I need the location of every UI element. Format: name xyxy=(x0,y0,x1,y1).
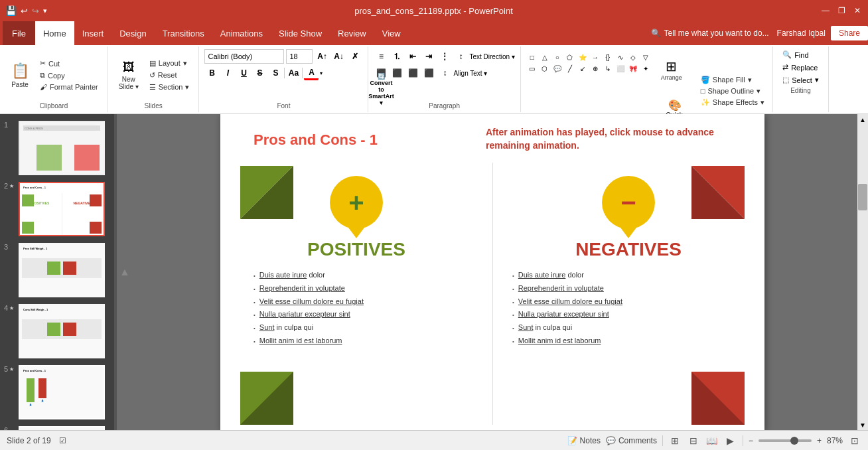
slide-item-5[interactable]: 5 ★ Pros and Cons - 1 👤 xyxy=(3,364,111,421)
menu-file[interactable]: File xyxy=(3,21,35,45)
slide-item-2[interactable]: 2 ★ Pros and Cons - 1 POSITIVES xyxy=(3,181,111,238)
slide-item-6[interactable]: 6 Pros and Cons - 1 xyxy=(3,425,111,430)
justify-button[interactable]: ⬛ xyxy=(421,66,436,80)
menu-insert[interactable]: Insert xyxy=(74,21,112,45)
align-right-button[interactable]: ⬛ xyxy=(405,66,420,80)
arrange-button[interactable]: ⊞ Arrange xyxy=(654,49,689,90)
font-color-arrow[interactable]: ▾ xyxy=(320,70,323,76)
zoom-in-btn[interactable]: + xyxy=(817,436,822,445)
restore-button[interactable]: ❐ xyxy=(836,5,847,16)
reset-button[interactable]: ↺ Reset xyxy=(145,70,194,81)
clear-format-button[interactable]: ✗ xyxy=(348,49,362,64)
menu-transitions[interactable]: Transitions xyxy=(155,21,212,45)
share-button[interactable]: Share xyxy=(831,26,868,40)
shape-outline-button[interactable]: □ Shape Outline ▾ xyxy=(698,86,767,96)
convert-smartart-button[interactable]: 🔄 Convert to SmartArt ▾ xyxy=(374,82,388,97)
new-slide-button[interactable]: 🖼 NewSlide ▾ xyxy=(113,58,144,93)
shape-custom[interactable]: ✦ xyxy=(640,63,652,74)
shape-bent[interactable]: ↳ xyxy=(602,63,614,74)
slide-item-1[interactable]: 1 CONS & PROS xyxy=(3,119,111,177)
case-button[interactable]: Aa xyxy=(286,66,301,80)
reading-view-button[interactable]: 📖 xyxy=(705,434,719,447)
find-button[interactable]: 🔍 Find xyxy=(778,49,823,60)
format-painter-button[interactable]: 🖌 Format Painter xyxy=(36,82,102,92)
section-button[interactable]: ☰ Section ▾ xyxy=(145,82,194,93)
customize-icon[interactable]: ▾ xyxy=(43,7,47,15)
shape-rect[interactable]: □ xyxy=(526,52,538,62)
shape-tri[interactable]: △ xyxy=(539,52,551,62)
slide-thumbnail-2[interactable]: Pros and Cons - 1 POSITIVES NEGATIVES xyxy=(19,182,105,236)
shape-flowchart[interactable]: ⬜ xyxy=(615,63,626,74)
close-button[interactable]: ✕ xyxy=(852,5,863,16)
decrease-indent-button[interactable]: ⇤ xyxy=(405,49,420,64)
shape-star[interactable]: ⭐ xyxy=(577,52,589,62)
shape-eq[interactable]: ⊕ xyxy=(589,63,601,74)
shape-conn[interactable]: ↙ xyxy=(577,63,589,74)
slide-thumbnail-6[interactable]: Pros and Cons - 1 xyxy=(19,426,105,430)
shape-diamond[interactable]: ◇ xyxy=(627,52,639,62)
font-size-selector[interactable]: 18 xyxy=(286,49,313,64)
zoom-slider[interactable] xyxy=(759,439,812,442)
slide-thumbnail-3[interactable]: Pros Still Weigh - 1 xyxy=(19,243,105,297)
underline-button[interactable]: U xyxy=(236,66,251,80)
shape-line[interactable]: ╱ xyxy=(564,63,576,74)
select-button[interactable]: ⬚ Select ▾ xyxy=(778,74,823,86)
shape-effects-button[interactable]: ✨ Shape Effects ▾ xyxy=(698,98,767,108)
slideshow-button[interactable]: ▶ xyxy=(724,434,737,447)
redo-icon[interactable]: ↪ xyxy=(32,6,39,16)
bold-button[interactable]: B xyxy=(204,66,219,80)
font-color-button[interactable]: A xyxy=(304,66,319,80)
shape-bracket[interactable]: {} xyxy=(602,52,614,62)
vertical-scrollbar[interactable]: ▲ ▼ xyxy=(857,114,868,430)
cut-button[interactable]: ✂ Cut xyxy=(36,58,102,69)
shape-wave[interactable]: ∿ xyxy=(615,52,626,62)
menu-design[interactable]: Design xyxy=(111,21,154,45)
decrease-font-button[interactable]: A↓ xyxy=(331,49,346,64)
columns-button[interactable]: ⋮ xyxy=(437,49,452,64)
comments-button[interactable]: 💬 Comments xyxy=(606,436,657,445)
menu-review[interactable]: Review xyxy=(330,21,374,45)
replace-button[interactable]: ⇄ Replace xyxy=(778,62,823,73)
minimize-button[interactable]: — xyxy=(820,5,831,16)
slide-panel[interactable]: 1 CONS & PROS 2 ★ xyxy=(0,114,114,430)
shape-hexagon[interactable]: ⬡ xyxy=(539,63,551,74)
menu-animations[interactable]: Animations xyxy=(212,21,271,45)
fit-slide-button[interactable]: ⊡ xyxy=(848,434,861,447)
shape-pent[interactable]: ⬠ xyxy=(564,52,576,62)
slide-thumbnail-4[interactable]: Cons Still Weigh - 1 xyxy=(19,304,105,358)
shape-fill-button[interactable]: 🪣 Shape Fill ▾ xyxy=(698,75,767,85)
scroll-up-arrow[interactable]: ▲ xyxy=(119,266,130,278)
slide-item-4[interactable]: 4 ★ Cons Still Weigh - 1 xyxy=(3,303,111,360)
shadow-button[interactable]: S xyxy=(268,66,283,80)
italic-button[interactable]: I xyxy=(220,66,235,80)
scroll-up-btn[interactable]: ▲ xyxy=(857,114,868,125)
shape-ribbon[interactable]: 🎀 xyxy=(627,63,639,74)
shape-callout[interactable]: 💬 xyxy=(551,63,563,74)
bullets-button[interactable]: ≡ xyxy=(374,49,388,64)
slide-sorter-button[interactable]: ⊟ xyxy=(687,434,700,447)
scroll-thumb[interactable] xyxy=(858,184,867,210)
menu-view[interactable]: View xyxy=(374,21,409,45)
menu-slideshow[interactable]: Slide Show xyxy=(271,21,330,45)
notes-button[interactable]: 📝 Notes xyxy=(567,436,601,445)
slide-thumbnail-5[interactable]: Pros and Cons - 1 👤 👤 xyxy=(19,365,105,419)
slide-canvas[interactable]: Pros and Cons - 1 After animation has pl… xyxy=(220,114,764,430)
text-direction-button[interactable]: ↕ xyxy=(453,49,468,64)
accessibility-icon[interactable]: ☑ xyxy=(59,436,66,445)
normal-view-button[interactable]: ⊞ xyxy=(668,434,682,447)
shape-arrow[interactable]: → xyxy=(589,52,601,62)
increase-font-button[interactable]: A↑ xyxy=(315,49,329,64)
increase-indent-button[interactable]: ⇥ xyxy=(421,49,436,64)
tell-me-box[interactable]: 🔍 Tell me what you want to do... xyxy=(651,29,768,38)
menu-home[interactable]: Home xyxy=(35,21,74,45)
paste-button[interactable]: 📋 Paste xyxy=(5,60,35,91)
numbering-button[interactable]: ⒈ xyxy=(390,49,404,64)
strikethrough-button[interactable]: S xyxy=(252,66,267,80)
slide-thumbnail-1[interactable]: CONS & PROS xyxy=(19,121,105,175)
slide-item-3[interactable]: 3 Pros Still Weigh - 1 xyxy=(3,242,111,299)
copy-button[interactable]: ⧉ Copy xyxy=(36,70,102,81)
shape-round-rect[interactable]: ▭ xyxy=(526,63,538,74)
scroll-down-btn[interactable]: ▼ xyxy=(857,419,868,430)
font-family-selector[interactable]: Calibri (Body) xyxy=(204,49,284,64)
shape-more[interactable]: ▽ xyxy=(640,52,652,62)
